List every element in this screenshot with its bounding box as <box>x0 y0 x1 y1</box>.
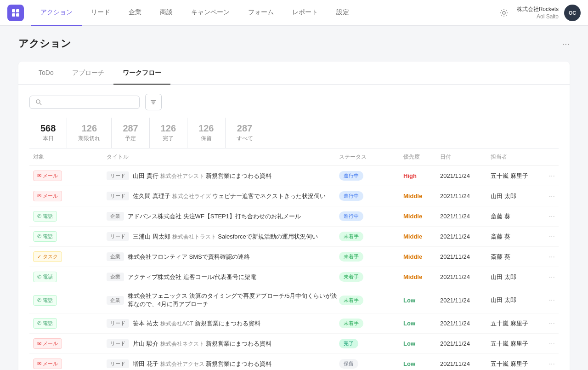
table-row[interactable]: ✉ メール リード 佐久間 真理子株式会社ライズ ウェビナー追客でネクストきった… <box>29 186 559 206</box>
cell-date: 2021/11/24 <box>440 193 491 199</box>
status-badge: 保留 <box>339 359 358 369</box>
status-badge: 未着手 <box>339 296 363 305</box>
action-tag: ✆ 電話 <box>33 295 57 306</box>
title-text: 株式会社フロンティア SMSで資料確認の連絡 <box>128 253 250 261</box>
cell-title: 企業 アクティブ株式会社 追客コール/代表番号に架電 <box>107 273 339 281</box>
tabs: ToDo アプローチ ワークフロー <box>18 62 570 85</box>
cell-status: 完了 <box>339 339 403 348</box>
nav-item-settings[interactable]: 設定 <box>327 0 358 26</box>
nav-logo <box>7 5 24 21</box>
content-card: ToDo アプローチ ワークフロー <box>18 62 570 370</box>
nav-user-info: 株式会社Rockets Aoi Saito <box>517 6 559 20</box>
action-tag: ✆ 電話 <box>33 272 57 282</box>
more-options-button[interactable]: ··· <box>562 39 570 49</box>
tab-approach[interactable]: アプローチ <box>63 62 113 85</box>
cell-priority: Low <box>403 340 440 347</box>
title-text: 三浦山 周太郎株式会社トラスト Salesforceで新規活動の運用状況伺い <box>133 233 318 241</box>
table-row[interactable]: ✆ 電話 企業 株式会社フェニックス 決算のタイミングで再度アプローチ/5月中旬… <box>29 287 559 313</box>
cell-date: 2021/11/24 <box>440 253 491 260</box>
action-tag: ✉ メール <box>33 338 62 349</box>
status-badge: 進行中 <box>339 211 363 221</box>
row-more-button[interactable]: ··· <box>549 319 555 328</box>
cell-priority: Middle <box>403 273 440 280</box>
cell-date: 2021/11/24 <box>440 340 491 347</box>
assignee-name: 山田 太郎 <box>491 296 516 304</box>
cell-date: 2021/11/24 <box>440 172 491 179</box>
stat-hold[interactable]: 126 保留 <box>187 118 225 148</box>
svg-rect-1 <box>16 9 19 12</box>
cell-assignee: 斎藤 葵 ··· <box>491 212 555 221</box>
cell-priority: Middle <box>403 193 440 199</box>
cell-assignee: 斎藤 葵 ··· <box>491 233 555 241</box>
cell-status: 未着手 <box>339 296 403 305</box>
cell-assignee: 山田 太郎 ··· <box>491 273 555 281</box>
table-row[interactable]: ✆ 電話 リード 三浦山 周太郎株式会社トラスト Salesforceで新規活動… <box>29 227 559 247</box>
priority-value: Middle <box>403 253 422 260</box>
assignee-name: 五十嵐 麻里子 <box>491 172 528 180</box>
row-more-button[interactable]: ··· <box>549 273 555 281</box>
stat-expired-label: 期限切れ <box>78 135 100 142</box>
type-badge: リード <box>107 232 129 241</box>
row-more-button[interactable]: ··· <box>549 253 555 261</box>
search-area <box>18 85 570 118</box>
nav-item-report[interactable]: レポート <box>283 0 327 26</box>
title-text: 山田 貴行株式会社アシスト 新規営業にまつわる資料 <box>133 172 271 180</box>
cell-target: ✆ 電話 <box>33 231 107 242</box>
table-row[interactable]: ✆ 電話 企業 アドバンス株式会社 失注WF【STEP1】打ち合わせのお礼メール… <box>29 206 559 227</box>
row-more-button[interactable]: ··· <box>549 360 555 368</box>
nav-item-deal[interactable]: 商談 <box>151 0 182 26</box>
stat-expired[interactable]: 126 期限切れ <box>67 118 112 148</box>
row-more-button[interactable]: ··· <box>549 192 555 200</box>
table-row[interactable]: ✓ タスク 企業 株式会社フロンティア SMSで資料確認の連絡 未着手 Midd… <box>29 247 559 267</box>
nav-item-form[interactable]: フォーム <box>239 0 283 26</box>
row-more-button[interactable]: ··· <box>549 212 555 221</box>
table-row[interactable]: ✉ メール リード 片山 駿介株式会社ネクスト 新規営業にまつわる資料 完了 L… <box>29 334 559 354</box>
cell-status: 未着手 <box>339 272 403 282</box>
table-row[interactable]: ✉ メール リード 増田 花子株式会社アクセス 新規営業にまつわる資料 保留 L… <box>29 354 559 370</box>
stat-scheduled-num: 287 <box>123 123 138 134</box>
search-box <box>29 96 140 109</box>
status-badge: 完了 <box>339 339 358 348</box>
cell-title: リード 山田 貴行株式会社アシスト 新規営業にまつわる資料 <box>107 171 339 180</box>
cell-title: リード 増田 花子株式会社アクセス 新規営業にまつわる資料 <box>107 359 339 368</box>
filter-button[interactable] <box>145 94 162 110</box>
table-header: 対象 タイトル ステータス 優先度 日付 担当者 <box>29 148 559 166</box>
action-tag: ✉ メール <box>33 359 62 369</box>
svg-rect-3 <box>16 13 19 17</box>
gear-icon[interactable] <box>497 6 511 20</box>
nav-item-action[interactable]: アクション <box>31 0 82 26</box>
row-more-button[interactable]: ··· <box>549 233 555 241</box>
avatar[interactable]: OC <box>564 5 581 21</box>
tab-workflow[interactable]: ワークフロー <box>113 62 170 85</box>
row-more-button[interactable]: ··· <box>549 172 555 180</box>
search-input[interactable] <box>45 99 134 106</box>
stat-all[interactable]: 287 すべて <box>226 118 264 148</box>
cell-priority: Low <box>403 360 440 367</box>
type-badge: リード <box>107 192 129 200</box>
row-more-button[interactable]: ··· <box>549 340 555 348</box>
nav-item-campaign[interactable]: キャンペーン <box>182 0 239 26</box>
title-text: 片山 駿介株式会社ネクスト 新規営業にまつわる資料 <box>133 340 271 348</box>
priority-value: Middle <box>403 273 422 280</box>
stat-scheduled[interactable]: 287 予定 <box>112 118 149 148</box>
stat-today[interactable]: 568 本日 <box>29 118 67 148</box>
cell-target: ✆ 電話 <box>33 272 107 282</box>
nav-company: 株式会社Rockets <box>517 6 559 13</box>
table-row[interactable]: ✆ 電話 リード 笹本 祐太株式会社ACT 新規営業にまつわる資料 未着手 Lo… <box>29 313 559 334</box>
nav-item-lead[interactable]: リード <box>82 0 119 26</box>
action-tag: ✆ 電話 <box>33 318 57 329</box>
nav-item-company[interactable]: 企業 <box>119 0 151 26</box>
priority-value: Low <box>403 340 415 347</box>
cell-assignee: 山田 太郎 ··· <box>491 192 555 200</box>
title-text: 佐久間 真理子株式会社ライズ ウェビナー追客でネクストきった状況伺い <box>133 192 326 200</box>
table-row[interactable]: ✉ メール リード 山田 貴行株式会社アシスト 新規営業にまつわる資料 進行中 … <box>29 166 559 186</box>
stat-done[interactable]: 126 完了 <box>150 118 187 148</box>
cell-target: ✆ 電話 <box>33 318 107 329</box>
cell-title: 企業 株式会社フロンティア SMSで資料確認の連絡 <box>107 252 339 261</box>
cell-target: ✓ タスク <box>33 251 107 262</box>
row-more-button[interactable]: ··· <box>549 296 555 304</box>
cell-priority: Low <box>403 297 440 304</box>
table-row[interactable]: ✆ 電話 企業 アクティブ株式会社 追客コール/代表番号に架電 未着手 Midd… <box>29 267 559 287</box>
assignee-name: 五十嵐 麻里子 <box>491 360 528 368</box>
tab-todo[interactable]: ToDo <box>29 62 63 85</box>
